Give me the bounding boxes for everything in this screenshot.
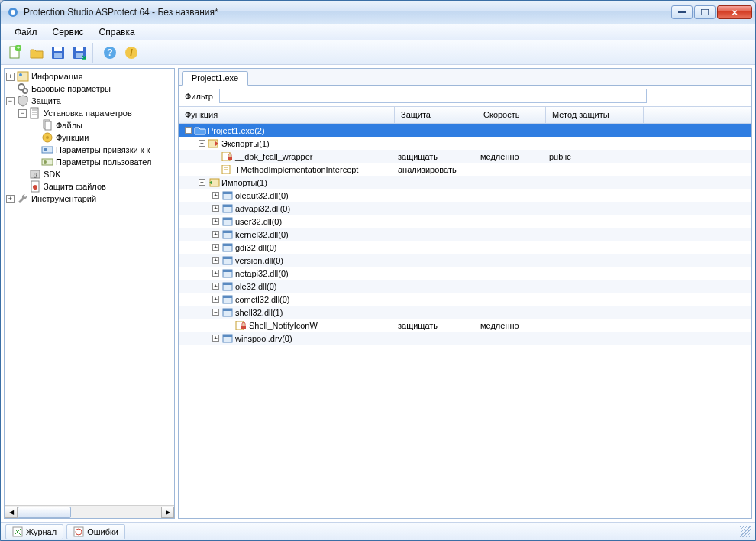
toolbar-saveas-button[interactable] bbox=[69, 43, 89, 63]
sidebar-item[interactable]: −Защита bbox=[6, 95, 173, 107]
grid-body[interactable]: −Project1.exe(2)−Экспорты(1)__dbk_fcall_… bbox=[179, 124, 751, 518]
tree-expander-icon[interactable]: − bbox=[18, 109, 27, 118]
grid-row[interactable]: +user32.dll(0) bbox=[179, 215, 751, 228]
grid-row[interactable]: +gdi32.dll(0) bbox=[179, 241, 751, 254]
grid-row[interactable]: −Импорты(1) bbox=[179, 176, 751, 189]
grid-row[interactable]: −Project1.exe(2) bbox=[179, 124, 751, 137]
sidebar-item[interactable]: +Информация bbox=[6, 70, 173, 83]
grid-row[interactable]: TMethodImplementationInterceptанализиров… bbox=[179, 163, 751, 176]
tree-expander-icon[interactable]: + bbox=[6, 73, 15, 81]
svg-rect-17 bbox=[18, 72, 28, 81]
row-expander-icon[interactable]: + bbox=[212, 335, 219, 342]
toolbar-help-button[interactable]: ? bbox=[100, 43, 120, 63]
row-expander-icon[interactable]: + bbox=[212, 205, 219, 212]
sidebar-item[interactable]: Функции bbox=[31, 131, 173, 144]
filter-input[interactable] bbox=[219, 89, 647, 103]
import-icon bbox=[208, 177, 220, 188]
sidebar-item[interactable]: {}SDK bbox=[18, 168, 173, 180]
grid-row[interactable]: Shell_NotifyIconWзащищатьмедленно bbox=[179, 319, 751, 332]
sidebar-item[interactable]: −Установка параметров bbox=[18, 107, 173, 119]
dll-icon bbox=[221, 294, 234, 305]
grid-row[interactable]: +advapi32.dll(0) bbox=[179, 202, 751, 215]
window-title: Protection Studio ASProtect 64 - Без наз… bbox=[24, 7, 671, 18]
row-expander-icon[interactable]: − bbox=[212, 309, 219, 316]
grid-row[interactable]: +kernel32.dll(0) bbox=[179, 228, 751, 241]
filter-row: Фильтр bbox=[179, 86, 751, 107]
sidebar-item-label: Инструментарий bbox=[31, 194, 96, 203]
row-expander-icon[interactable]: − bbox=[185, 127, 192, 134]
row-expander-icon[interactable]: − bbox=[199, 140, 205, 147]
row-expander-icon[interactable]: + bbox=[212, 192, 219, 199]
toolbar-save-button[interactable] bbox=[48, 43, 68, 63]
scroll-thumb[interactable] bbox=[18, 507, 71, 518]
cell-protection: анализировать bbox=[395, 165, 477, 174]
row-expander-icon[interactable]: + bbox=[212, 257, 219, 264]
row-label: Импорты(1) bbox=[221, 178, 267, 187]
scroll-left-icon[interactable]: ◀ bbox=[5, 507, 18, 518]
toolbar-about-button[interactable]: i bbox=[121, 43, 141, 63]
tree-expander-icon[interactable]: − bbox=[6, 97, 15, 105]
close-button[interactable]: ✕ bbox=[717, 5, 752, 19]
col-speed[interactable]: Скорость bbox=[477, 107, 546, 123]
grid-row[interactable]: −Экспорты(1) bbox=[179, 137, 751, 150]
row-label: oleaut32.dll(0) bbox=[235, 191, 289, 200]
titlebar: Protection Studio ASProtect 64 - Без наз… bbox=[1, 1, 755, 24]
maximize-button[interactable] bbox=[694, 5, 716, 19]
sidebar-item-label: Базовые параметры bbox=[31, 84, 111, 93]
minimize-button[interactable] bbox=[671, 5, 693, 19]
cell-method: public bbox=[546, 152, 638, 161]
sidebar-item[interactable]: Базовые параметры bbox=[6, 83, 173, 95]
col-protection[interactable]: Защита bbox=[395, 107, 477, 123]
toolbar-new-button[interactable]: + bbox=[5, 43, 25, 63]
scroll-right-icon[interactable]: ▶ bbox=[161, 507, 174, 518]
status-journal-label: Журнал bbox=[26, 527, 57, 536]
row-expander-icon[interactable]: − bbox=[199, 179, 205, 186]
tab-project[interactable]: Project1.exe bbox=[182, 71, 248, 86]
grid-row[interactable]: +ole32.dll(0) bbox=[179, 280, 751, 293]
row-label: Экспорты(1) bbox=[221, 139, 270, 148]
svg-rect-21 bbox=[31, 108, 38, 118]
menu-file[interactable]: Файл bbox=[8, 25, 44, 39]
status-errors-button[interactable]: Ошибки bbox=[66, 524, 125, 539]
row-expander-icon[interactable]: + bbox=[212, 231, 219, 238]
row-expander-icon[interactable]: + bbox=[212, 283, 219, 290]
grid-row[interactable]: __dbk_fcall_wrapperзащищатьмедленноpubli… bbox=[179, 150, 751, 163]
sidebar-item[interactable]: Файлы bbox=[31, 119, 173, 131]
toolbar-separator bbox=[92, 43, 97, 63]
grid-row[interactable]: +netapi32.dll(0) bbox=[179, 267, 751, 280]
grid-row[interactable]: −shell32.dll(1) bbox=[179, 306, 751, 319]
row-expander-icon[interactable]: + bbox=[212, 218, 219, 225]
row-label: version.dll(0) bbox=[235, 256, 283, 265]
sidebar-item[interactable]: Параметры пользовател bbox=[31, 156, 173, 168]
sidebar-item-label: Параметры пользовател bbox=[56, 157, 151, 167]
tree-expander-icon[interactable]: + bbox=[6, 195, 15, 203]
sidebar-hscrollbar[interactable]: ◀ ▶ bbox=[5, 505, 174, 518]
sidebar-item[interactable]: +Инструментарий bbox=[6, 193, 173, 205]
grid-row[interactable]: +comctl32.dll(0) bbox=[179, 293, 751, 306]
dll-icon bbox=[221, 281, 234, 292]
nav-tree[interactable]: +ИнформацияБазовые параметры−Защита−Уста… bbox=[5, 69, 174, 505]
sidebar-item[interactable]: Параметры привязки к к bbox=[31, 144, 173, 156]
svg-rect-2 bbox=[678, 11, 686, 13]
row-expander-icon[interactable]: + bbox=[212, 296, 219, 303]
grid-row[interactable]: +winspool.drv(0) bbox=[179, 332, 751, 345]
filter-label: Фильтр bbox=[185, 92, 213, 101]
info-icon bbox=[17, 70, 29, 83]
row-expander-icon[interactable]: + bbox=[212, 244, 219, 251]
col-function[interactable]: Функция bbox=[179, 107, 395, 123]
menu-help[interactable]: Справка bbox=[93, 25, 141, 39]
menu-service[interactable]: Сервис bbox=[47, 25, 90, 39]
col-method[interactable]: Метод защиты bbox=[546, 107, 644, 123]
grid-row[interactable]: +version.dll(0) bbox=[179, 254, 751, 267]
row-expander-icon[interactable]: + bbox=[212, 270, 219, 277]
svg-rect-57 bbox=[223, 309, 232, 311]
svg-rect-9 bbox=[54, 53, 62, 58]
shield-icon bbox=[17, 95, 29, 107]
svg-rect-3 bbox=[701, 9, 709, 15]
resize-grip-icon[interactable] bbox=[740, 526, 751, 537]
sidebar-item[interactable]: Защита файлов bbox=[18, 180, 173, 193]
status-journal-button[interactable]: Журнал bbox=[5, 524, 63, 539]
status-errors-label: Ошибки bbox=[87, 527, 118, 536]
toolbar-open-button[interactable] bbox=[27, 43, 47, 63]
grid-row[interactable]: +oleaut32.dll(0) bbox=[179, 189, 751, 202]
